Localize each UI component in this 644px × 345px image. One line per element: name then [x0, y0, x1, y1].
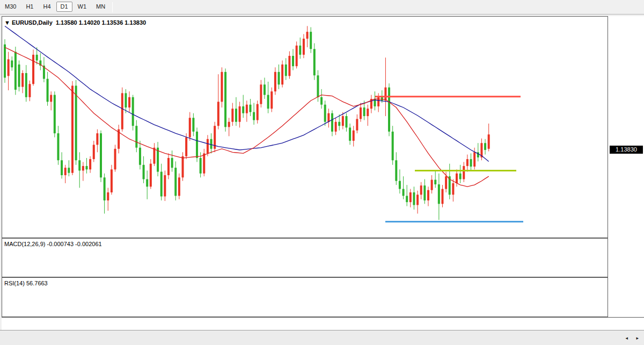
tab-scroll-left-icon[interactable]: ◂: [625, 335, 628, 341]
ohlc-close: 1.13830: [125, 19, 146, 26]
candle-body: [335, 122, 337, 132]
candle-body: [160, 172, 163, 197]
candle-body: [36, 55, 38, 61]
candle-body: [50, 95, 52, 102]
candles-layer: [4, 26, 490, 220]
candle-body: [143, 165, 145, 179]
candle-body: [392, 132, 394, 160]
chart-symbol-label: EURUSD,Daily: [12, 19, 53, 26]
candle-body: [356, 119, 358, 130]
candle-body: [409, 192, 412, 202]
candle-body: [64, 168, 67, 175]
candle-body: [78, 160, 80, 170]
candle-body: [388, 88, 390, 132]
candle-body: [107, 192, 109, 200]
candle-body: [153, 148, 155, 164]
timeframe-button-h1[interactable]: H1: [21, 2, 38, 12]
candle-body: [253, 112, 255, 120]
candle-body: [178, 177, 180, 196]
candle-body: [192, 118, 194, 132]
candle-body: [146, 179, 148, 186]
candle-body: [292, 56, 294, 66]
candle-body: [363, 107, 365, 116]
candle-body: [431, 180, 433, 190]
candle-body: [353, 131, 355, 141]
candle-body: [121, 93, 123, 129]
date-axis[interactable]: [2, 317, 644, 330]
candle-body: [54, 95, 56, 134]
timeframe-button-w1[interactable]: W1: [74, 2, 91, 12]
candle-body: [296, 46, 298, 66]
symbol-dropdown-arrow-icon[interactable]: ▼: [4, 19, 10, 26]
candle-body: [463, 166, 465, 179]
candle-body: [96, 133, 98, 145]
candle-body: [438, 184, 440, 204]
candle-body: [306, 32, 309, 39]
rsi-canvas[interactable]: [2, 278, 608, 317]
candle-body: [128, 97, 130, 107]
candle-body: [299, 46, 301, 55]
timeframe-button-mn[interactable]: MN: [92, 2, 109, 12]
candle-body: [317, 75, 319, 97]
candle-body: [32, 55, 34, 84]
timeframe-toolbar: M30H1H4D1W1MN: [0, 0, 644, 15]
candle-body: [217, 102, 219, 126]
macd-main-value: -0.000743: [47, 241, 74, 247]
rsi-label: RSI(14) 56.7663: [4, 280, 48, 286]
candle-body: [228, 122, 230, 127]
candle-body: [423, 185, 426, 200]
rsi-indicator-panel[interactable]: [2, 277, 608, 317]
candle-body: [224, 72, 226, 127]
candle-body: [239, 106, 241, 122]
candle-body: [345, 116, 347, 127]
terminal-window: M30H1H4D1W1MN ▼ EURUSD,Daily 1.13580 1.1…: [0, 0, 644, 345]
candle-body: [93, 145, 95, 159]
candle-body: [61, 160, 63, 175]
candle-body: [267, 95, 269, 109]
candle-body: [406, 196, 408, 202]
price-chart-canvas[interactable]: [2, 17, 608, 238]
main-chart-panel[interactable]: [2, 16, 608, 238]
candle-body: [484, 143, 486, 150]
candle-body: [139, 148, 141, 165]
candle-body: [8, 59, 10, 76]
tab-scroll-right-icon[interactable]: ▸: [636, 335, 639, 341]
candle-body: [473, 152, 475, 167]
candle-body: [231, 109, 233, 122]
candle-body: [75, 85, 77, 160]
candle-body: [221, 72, 223, 102]
candle-body: [132, 97, 134, 126]
timeframe-button-m30[interactable]: M30: [1, 2, 20, 12]
candle-body: [310, 32, 312, 49]
candle-body: [125, 93, 127, 107]
candle-body: [189, 118, 191, 137]
candle-body: [82, 166, 84, 171]
candle-body: [185, 138, 187, 156]
candle-body: [331, 113, 333, 132]
candle-body: [235, 109, 237, 122]
ohlc-low: 1.13536: [102, 19, 123, 26]
candle-body: [320, 97, 323, 105]
candle-body: [434, 180, 436, 185]
candle-body: [260, 84, 262, 104]
macd-label: MACD(12,26,9) -0.000743 -0.002061: [4, 241, 102, 247]
macd-signal-value: -0.002061: [75, 241, 102, 247]
candle-body: [47, 79, 49, 102]
timeframe-button-d1[interactable]: D1: [56, 2, 72, 12]
candle-body: [85, 166, 87, 169]
candle-body: [21, 73, 24, 87]
candle-body: [441, 189, 443, 204]
candle-body: [338, 122, 340, 126]
current-price-badge: 1.13830: [610, 146, 643, 154]
candle-body: [249, 105, 251, 112]
rsi-value: 56.7663: [26, 280, 48, 286]
candle-body: [445, 176, 447, 189]
candle-body: [196, 132, 198, 158]
candle-body: [402, 189, 405, 196]
candle-body: [25, 73, 27, 97]
price-scale[interactable]: 1.13830: [608, 16, 644, 317]
candle-body: [114, 149, 116, 169]
ma-slow-blue-line: [5, 26, 489, 162]
timeframe-button-h4[interactable]: H4: [39, 2, 55, 12]
candle-body: [427, 190, 429, 200]
